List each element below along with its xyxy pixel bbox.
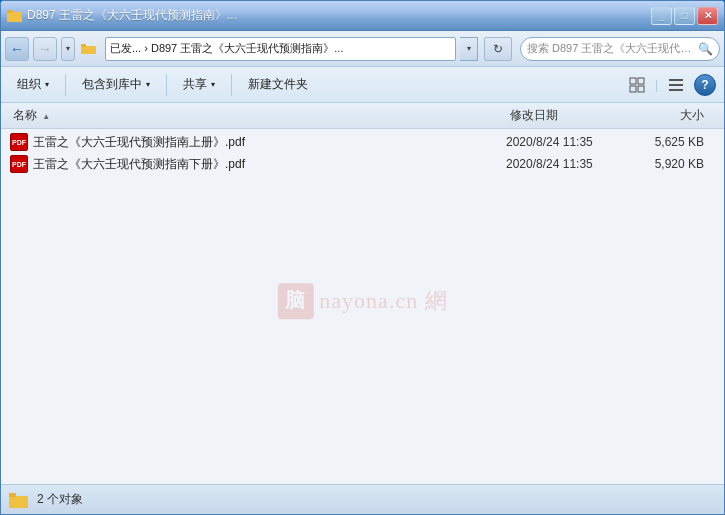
- watermark-text: nayona.cn 網: [319, 286, 447, 316]
- svg-rect-6: [630, 86, 636, 92]
- view-toggle-button[interactable]: [623, 72, 651, 98]
- window-title: D897 王雷之《大六壬现代预测指南》...: [27, 7, 237, 24]
- view-icon: [629, 77, 645, 93]
- svg-rect-9: [669, 84, 683, 86]
- search-icon[interactable]: 🔍: [697, 41, 713, 57]
- file-name-1: 王雷之《大六壬现代预测指南下册》.pdf: [33, 156, 506, 173]
- new-folder-button[interactable]: 新建文件夹: [240, 72, 316, 98]
- toolbar-sep-2: [166, 74, 167, 96]
- svg-rect-8: [669, 79, 683, 81]
- svg-rect-1: [7, 10, 13, 13]
- address-path-container[interactable]: 已发... › D897 王雷之《大六壬现代预测指南》...: [105, 37, 456, 61]
- maximize-button[interactable]: □: [674, 7, 695, 25]
- svg-rect-7: [638, 86, 644, 92]
- share-button[interactable]: 共享 ▾: [175, 72, 223, 98]
- svg-rect-3: [81, 44, 86, 47]
- help-button[interactable]: ?: [694, 74, 716, 96]
- file-name-0: 王雷之《大六壬现代预测指南上册》.pdf: [33, 134, 506, 151]
- svg-rect-5: [638, 78, 644, 84]
- file-list: 名称 ▲ 修改日期 大小 PDF 王雷之《大六壬现代预测指南上册》.pdf 2: [1, 103, 724, 484]
- minimize-button[interactable]: _: [651, 7, 672, 25]
- file-icon-1: PDF: [9, 155, 29, 173]
- organize-label: 组织: [17, 76, 41, 93]
- organize-dropdown-icon: ▾: [45, 80, 49, 89]
- content-area: 名称 ▲ 修改日期 大小 PDF 王雷之《大六壬现代预测指南上册》.pdf 2: [1, 103, 724, 484]
- table-row[interactable]: PDF 王雷之《大六壬现代预测指南下册》.pdf 2020/8/24 11:35…: [1, 153, 724, 175]
- sort-arrow: ▲: [42, 112, 50, 121]
- search-container[interactable]: 搜索 D897 王雷之《大六壬现代预...》 🔍: [520, 37, 720, 61]
- view-details-button[interactable]: [662, 72, 690, 98]
- address-bar: ← → ▾ 已发... › D897 王雷之《大六壬现代预测指南》... ▾ ↻…: [1, 31, 724, 67]
- forward-button[interactable]: →: [33, 37, 57, 61]
- watermark-logo: 脑: [277, 283, 313, 319]
- include-library-label: 包含到库中: [82, 76, 142, 93]
- file-size-0: 5,625 KB: [636, 135, 716, 149]
- explorer-window: D897 王雷之《大六壬现代预测指南》... _ □ ✕ ← → ▾ 已发...…: [0, 0, 725, 515]
- address-dropdown[interactable]: ▾: [460, 37, 478, 61]
- nav-dropdown[interactable]: ▾: [61, 37, 75, 61]
- svg-rect-11: [9, 496, 28, 508]
- status-count: 2 个对象: [37, 491, 83, 508]
- pdf-icon: PDF: [10, 155, 28, 173]
- svg-rect-0: [7, 12, 22, 22]
- status-folder-icon: [9, 491, 29, 509]
- toolbar: 组织 ▾ 包含到库中 ▾ 共享 ▾ 新建文件夹: [1, 67, 724, 103]
- view-separator: |: [655, 78, 658, 92]
- share-label: 共享: [183, 76, 207, 93]
- search-placeholder: 搜索 D897 王雷之《大六壬现代预...》: [527, 41, 693, 56]
- col-header-size[interactable]: 大小: [636, 107, 716, 124]
- svg-rect-4: [630, 78, 636, 84]
- share-dropdown-icon: ▾: [211, 80, 215, 89]
- pdf-icon: PDF: [10, 133, 28, 151]
- back-button[interactable]: ←: [5, 37, 29, 61]
- toolbar-sep-1: [65, 74, 66, 96]
- table-row[interactable]: PDF 王雷之《大六壬现代预测指南上册》.pdf 2020/8/24 11:35…: [1, 131, 724, 153]
- address-path: 已发... › D897 王雷之《大六壬现代预测指南》...: [110, 41, 343, 56]
- details-icon: [668, 77, 684, 93]
- col-header-name[interactable]: 名称 ▲: [9, 107, 506, 124]
- status-bar: 2 个对象: [1, 484, 724, 514]
- title-folder-icon: [7, 8, 23, 24]
- watermark: 脑 nayona.cn 網: [277, 283, 447, 319]
- svg-rect-12: [9, 493, 16, 497]
- library-dropdown-icon: ▾: [146, 80, 150, 89]
- file-rows: PDF 王雷之《大六壬现代预测指南上册》.pdf 2020/8/24 11:35…: [1, 129, 724, 177]
- file-date-0: 2020/8/24 11:35: [506, 135, 636, 149]
- column-headers: 名称 ▲ 修改日期 大小: [1, 103, 724, 129]
- svg-rect-2: [81, 46, 96, 54]
- title-bar-left: D897 王雷之《大六壬现代预测指南》...: [7, 7, 237, 24]
- addr-folder-icon: [81, 43, 97, 55]
- svg-rect-10: [669, 89, 683, 91]
- new-folder-label: 新建文件夹: [248, 76, 308, 93]
- file-size-1: 5,920 KB: [636, 157, 716, 171]
- file-icon-0: PDF: [9, 133, 29, 151]
- toolbar-sep-3: [231, 74, 232, 96]
- toolbar-right: | ?: [623, 72, 716, 98]
- title-bar: D897 王雷之《大六壬现代预测指南》... _ □ ✕: [1, 1, 724, 31]
- organize-button[interactable]: 组织 ▾: [9, 72, 57, 98]
- refresh-button[interactable]: ↻: [484, 37, 512, 61]
- close-button[interactable]: ✕: [697, 7, 718, 25]
- window-controls: _ □ ✕: [651, 7, 718, 25]
- include-library-button[interactable]: 包含到库中 ▾: [74, 72, 158, 98]
- file-date-1: 2020/8/24 11:35: [506, 157, 636, 171]
- help-label: ?: [701, 78, 708, 92]
- col-header-date[interactable]: 修改日期: [506, 107, 636, 124]
